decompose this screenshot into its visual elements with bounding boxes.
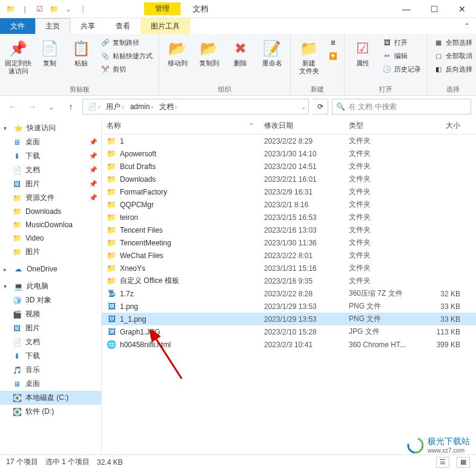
sidebar-desktop2[interactable]: 🖥桌面 [0, 377, 101, 391]
file-row[interactable]: 📁FormatFactory2023/2/9 16:31文件夹 [102, 185, 476, 198]
sidebar-video[interactable]: 📁Video [0, 231, 101, 245]
sidebar-onedrive[interactable]: ▸☁OneDrive [0, 262, 101, 276]
document-icon: 📄 [12, 337, 22, 347]
tab-home[interactable]: 主页 [35, 18, 70, 34]
column-name[interactable]: 名称 ⌃ [102, 121, 259, 131]
sidebar-music[interactable]: 🎵音乐 [0, 363, 101, 377]
file-row[interactable]: 📁Bcut Drafts2023/2/20 14:51文件夹 [102, 160, 476, 173]
file-row[interactable]: 📁WeChat Files2023/2/22 8:01文件夹 [102, 249, 476, 262]
search-input[interactable]: 🔍 在 文档 中搜索 [332, 99, 471, 115]
sidebar-disk-c[interactable]: 💽本地磁盘 (C:) [0, 391, 101, 405]
breadcrumb[interactable]: 📄 › 用户 › admin › 文档 › ⌄ [82, 99, 309, 115]
tab-picture-tools[interactable]: 图片工具 [140, 18, 190, 34]
copy-button[interactable]: 📄 复制 [35, 36, 64, 84]
pin-to-quick-access-button[interactable]: 📌 固定到快 速访问 [4, 36, 33, 84]
breadcrumb-dropdown-icon[interactable]: ⌄ [301, 104, 306, 110]
column-type[interactable]: 类型 [344, 121, 423, 131]
details-view-button[interactable]: ☰ [436, 457, 449, 468]
sidebar-this-pc[interactable]: ▾💻此电脑 [0, 279, 101, 293]
history-button[interactable]: 🕓历史记录 [380, 63, 423, 75]
delete-button[interactable]: ✖ 删除 [226, 36, 255, 84]
refresh-button[interactable]: ⟳ [312, 99, 328, 115]
copy-to-button[interactable]: 📂 复制到 [194, 36, 223, 84]
tab-share[interactable]: 共享 [70, 18, 105, 34]
file-row[interactable]: 📁TencentMeeting2023/1/30 11:36文件夹 [102, 236, 476, 249]
file-type: PNG 文件 [344, 301, 423, 311]
file-row[interactable]: 🖼Graph1.JPG2023/2/10 15:28JPG 文件113 KB [102, 325, 476, 338]
edit-button[interactable]: ✏编辑 [380, 50, 423, 62]
sidebar-pictures[interactable]: 🖼图片📌 [0, 177, 101, 191]
sidebar-resources[interactable]: 📁资源文件📌 [0, 191, 101, 205]
file-type: 文件夹 [344, 276, 423, 286]
file-type: 文件夹 [344, 174, 423, 184]
sidebar-disk-d[interactable]: 💽软件 (D:) [0, 405, 101, 419]
sidebar-downloads[interactable]: ⬇下载📌 [0, 149, 101, 163]
cut-button[interactable]: ✂️剪切 [98, 63, 155, 75]
maximize-button[interactable]: ☐ [420, 0, 448, 18]
file-row[interactable]: 🖼1_1.png2023/1/29 13:53PNG 文件33 KB [102, 313, 476, 325]
column-size[interactable]: 大小 [423, 121, 465, 131]
file-type: 文件夹 [344, 238, 423, 248]
sidebar-desktop[interactable]: 🖥桌面📌 [0, 135, 101, 149]
breadcrumb-item[interactable]: 用户 › [104, 102, 126, 112]
easy-access-button[interactable]: 🔽 [326, 50, 340, 62]
file-row[interactable]: 🌐h00458nifli.html2023/2/3 10:41360 Chrom… [102, 338, 476, 351]
properties-button[interactable]: ☑ 属性 [348, 36, 377, 84]
open-button[interactable]: 🖼打开 [380, 36, 423, 48]
file-row[interactable]: 📁Downloads2023/2/21 16:01文件夹 [102, 173, 476, 185]
copy-path-button[interactable]: 🔗复制路径 [98, 36, 155, 48]
move-to-button[interactable]: 📂 移动到 [163, 36, 192, 84]
file-row[interactable]: 📁Tencent Files2023/2/16 13:03文件夹 [102, 224, 476, 236]
sidebar-pictures2[interactable]: 📁图片 [0, 245, 101, 259]
close-button[interactable]: ✕ [448, 0, 476, 18]
breadcrumb-item[interactable]: 文档 › [157, 102, 179, 112]
new-folder-button[interactable]: 📁 新建 文件夹 [294, 36, 323, 84]
file-row[interactable]: 📁QQPCMgr2023/2/1 8:16文件夹 [102, 198, 476, 211]
file-row[interactable]: 📁Apowersoft2023/1/30 14:10文件夹 [102, 147, 476, 160]
breadcrumb-root-icon[interactable]: 📄 › [85, 102, 102, 111]
sidebar-quick-access[interactable]: ▾⭐快速访问 [0, 121, 101, 135]
properties-qat-icon[interactable]: ☑ [33, 2, 46, 16]
status-bar: 17 个项目 选中 1 个项目 32.4 KB ☰ ▦ [0, 454, 476, 469]
icons-view-button[interactable]: ▦ [457, 457, 470, 468]
ribbon-collapse-icon[interactable]: ⌃ [458, 18, 476, 34]
file-row[interactable]: 📁teiron2023/2/15 16:53文件夹 [102, 211, 476, 224]
qat-overflow-icon[interactable]: ｜ [76, 2, 90, 16]
file-type-icon: 🖼 [107, 314, 116, 324]
file-row[interactable]: 🖼1.png2023/1/29 13:53PNG 文件33 KB [102, 300, 476, 313]
sidebar-documents[interactable]: 📄文档📌 [0, 163, 101, 177]
sidebar-3d-objects[interactable]: 🧊3D 对象 [0, 293, 101, 307]
back-button[interactable]: ← [5, 99, 21, 115]
forward-button[interactable]: → [24, 99, 40, 115]
select-none-button[interactable]: ▢全部取消 [431, 50, 475, 62]
file-row[interactable]: 📁自定义 Office 模板2023/2/16 9:35文件夹 [102, 274, 476, 287]
breadcrumb-item[interactable]: admin › [128, 102, 156, 111]
new-item-button[interactable]: 🗎 [326, 36, 340, 48]
qat-dropdown-icon[interactable]: ⌄ [62, 2, 75, 16]
rename-button[interactable]: 📝 重命名 [257, 36, 286, 84]
paste-button[interactable]: 📋 粘贴 [67, 36, 96, 84]
sidebar-documents2[interactable]: 📄文档 [0, 335, 101, 349]
recent-dropdown-icon[interactable]: ⌄ [44, 99, 59, 115]
select-all-button[interactable]: ▦全部选择 [431, 36, 475, 48]
sidebar-downloads3[interactable]: ⬇下载 [0, 349, 101, 363]
paste-shortcut-button[interactable]: 📎粘贴快捷方式 [98, 50, 155, 62]
up-button[interactable]: ↑ [63, 99, 79, 115]
sidebar-music-downloads[interactable]: 📁MusicDownloa [0, 218, 101, 231]
invert-selection-button[interactable]: ◧反向选择 [431, 63, 475, 75]
file-row[interactable]: 📁XneoYs2023/1/31 15:16文件夹 [102, 262, 476, 274]
tab-file[interactable]: 文件 [0, 18, 35, 34]
minimize-button[interactable]: — [392, 0, 420, 18]
sidebar-videos[interactable]: 🎬视频 [0, 307, 101, 321]
sidebar-downloads2[interactable]: 📁Downloads [0, 205, 101, 218]
file-rows[interactable]: 📁12023/2/22 8:29文件夹📁Apowersoft2023/1/30 … [102, 135, 476, 454]
ribbon-tabs: 文件 主页 共享 查看 图片工具 ⌃ [0, 18, 476, 34]
file-row[interactable]: 📁12023/2/22 8:29文件夹 [102, 135, 476, 147]
folder-icon[interactable]: 📁 [4, 2, 17, 16]
column-date[interactable]: 修改日期 [259, 121, 344, 131]
sidebar-pictures3[interactable]: 🖼图片 [0, 321, 101, 335]
tab-view[interactable]: 查看 [105, 18, 140, 34]
file-row[interactable]: 🗜1.7z2023/2/22 8:28360压缩 7Z 文件32 KB [102, 287, 476, 300]
navigation-pane[interactable]: ▾⭐快速访问 🖥桌面📌 ⬇下载📌 📄文档📌 🖼图片📌 📁资源文件📌 📁Downl… [0, 118, 102, 454]
folder-qat-icon[interactable]: 📁 [47, 2, 61, 16]
